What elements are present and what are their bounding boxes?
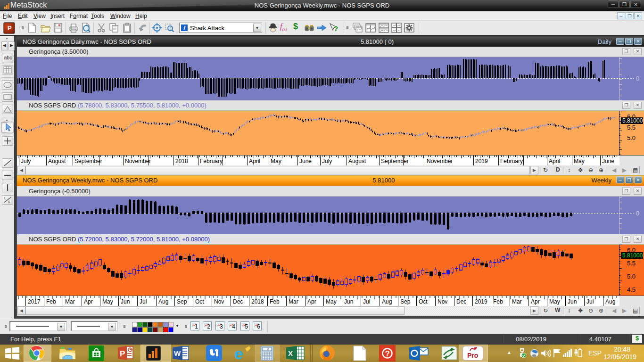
svg-text:May: May: [271, 158, 281, 165]
svg-text:August: August: [348, 158, 366, 165]
svg-text:May: May: [574, 158, 585, 165]
svg-text:Feb: Feb: [270, 298, 280, 305]
svg-text:4.5: 4.5: [627, 286, 636, 293]
svg-text:Oct: Oct: [195, 298, 204, 305]
svg-text:Oct: Oct: [419, 298, 428, 305]
svg-text:2017: 2017: [28, 298, 41, 305]
svg-text:Dec: Dec: [456, 298, 466, 305]
svg-text:5.0: 5.0: [627, 273, 636, 280]
svg-text:2018: 2018: [251, 298, 264, 305]
svg-text:Jul: Jul: [363, 298, 370, 305]
svg-text:Dec: Dec: [233, 298, 243, 305]
svg-text:Aug: Aug: [382, 298, 392, 305]
svg-text:Aug: Aug: [158, 298, 168, 305]
svg-text:5.81000: 5.81000: [622, 252, 643, 259]
svg-text:5.5: 5.5: [627, 124, 636, 131]
svg-text:September: September: [74, 158, 102, 165]
svg-text:5.81000: 5.81000: [622, 117, 643, 124]
svg-text:Mar: Mar: [512, 298, 522, 305]
svg-text:Feb: Feb: [46, 298, 56, 305]
svg-text:July: July: [21, 158, 31, 165]
svg-text:5.5: 5.5: [627, 260, 636, 267]
svg-text:2019: 2019: [475, 158, 488, 165]
svg-text:Nov: Nov: [214, 298, 224, 305]
svg-text:5.0: 5.0: [627, 134, 636, 141]
svg-text:Aug: Aug: [605, 298, 615, 305]
svg-text:?: ?: [385, 349, 390, 358]
svg-text:April: April: [249, 158, 260, 165]
svg-text:Jun: Jun: [568, 298, 577, 305]
svg-text:February: February: [500, 158, 523, 165]
svg-text:June: June: [602, 158, 614, 165]
svg-text:Apr: Apr: [307, 298, 316, 305]
svg-text:September: September: [381, 158, 409, 165]
svg-text:February: February: [200, 158, 223, 165]
svg-text:May: May: [102, 298, 113, 305]
svg-text:August: August: [48, 158, 66, 165]
svg-text:e: e: [234, 345, 243, 361]
svg-text:Mar: Mar: [289, 298, 298, 305]
svg-text:0: 0: [636, 210, 639, 217]
svg-text:W: W: [174, 349, 181, 357]
svg-text:June: June: [299, 158, 312, 165]
svg-text:0: 0: [636, 75, 639, 82]
svg-text:May: May: [326, 298, 337, 305]
svg-text:November: November: [125, 158, 151, 165]
svg-text:Jul: Jul: [140, 298, 147, 305]
svg-text:Jun: Jun: [121, 298, 130, 305]
svg-text:X: X: [288, 349, 293, 357]
svg-text:Jul: Jul: [586, 298, 594, 305]
svg-text:May: May: [549, 298, 560, 305]
svg-text:Sep: Sep: [400, 298, 411, 305]
svg-text:L: L: [4, 197, 6, 200]
svg-text:Feb: Feb: [493, 298, 503, 305]
svg-text:April: April: [549, 158, 560, 165]
svg-text:S: S: [8, 200, 10, 204]
svg-text:July: July: [322, 158, 332, 165]
svg-text:P: P: [120, 349, 125, 358]
svg-text:2018: 2018: [175, 158, 188, 165]
svg-text:Apr: Apr: [84, 298, 93, 305]
svg-text:Apr: Apr: [531, 298, 540, 305]
svg-text:Sep: Sep: [177, 298, 187, 305]
svg-text:Jun: Jun: [344, 298, 353, 305]
svg-text:2019: 2019: [475, 298, 487, 305]
svg-text:?: ?: [334, 25, 338, 33]
svg-text:Nov: Nov: [438, 298, 447, 305]
svg-text:Mar: Mar: [65, 298, 75, 305]
